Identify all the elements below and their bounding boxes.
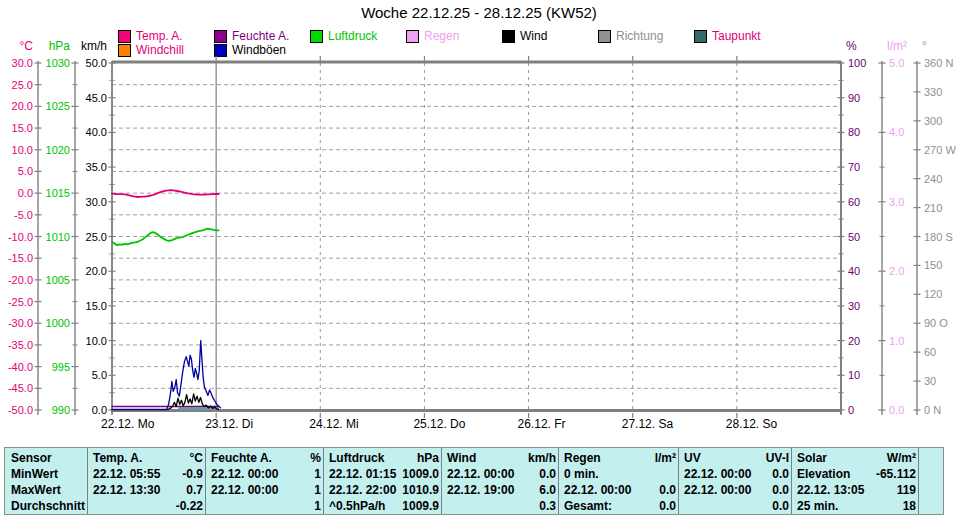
table-col-unit: l/m² bbox=[564, 451, 676, 465]
table-cell-value: 0.0 bbox=[564, 499, 676, 513]
sensor-summary-table: SensorMinWertMaxWertDurchschnittTemp. A.… bbox=[4, 447, 944, 515]
axis-tick-label-humidity: 90 bbox=[848, 92, 860, 104]
axis-tick-label-windkmh: 45.0 bbox=[86, 92, 107, 104]
axis-tick-label-direction: 180 S bbox=[924, 231, 953, 243]
axis-unit-label-rain: l/m² bbox=[887, 39, 907, 53]
table-row-header: MinWert bbox=[11, 467, 87, 481]
axis-tick-label-windkmh: 0.0 bbox=[92, 404, 107, 416]
axis-tick-label-temp: 25.0 bbox=[12, 79, 33, 91]
day-label: 28.12. So bbox=[726, 417, 778, 431]
axis-tick-label-temp: -5.0 bbox=[14, 209, 33, 221]
table-cell-value: 1 bbox=[211, 499, 321, 513]
table-col-unit: W/m² bbox=[797, 451, 916, 465]
axis-tick-label-direction: 30 bbox=[924, 375, 936, 387]
axis-tick-label-temp: -10.0 bbox=[8, 231, 33, 243]
axis-unit-label-humidity: % bbox=[846, 39, 857, 53]
table-col-unit: km/h bbox=[447, 451, 556, 465]
table-cell-value: 0.0 bbox=[684, 499, 789, 513]
table-col-unit: hPa bbox=[329, 451, 439, 465]
series-line-windb-en bbox=[112, 341, 221, 410]
table-row-header: MaxWert bbox=[11, 483, 87, 497]
axis-tick-label-humidity: 80 bbox=[848, 126, 860, 138]
table-cell-value: 0.0 bbox=[684, 467, 789, 481]
day-label: 24.12. Mi bbox=[309, 417, 358, 431]
axis-tick-label-rain: 2.0 bbox=[889, 265, 904, 277]
axis-tick-label-humidity: 100 bbox=[848, 57, 866, 69]
table-cell-value: 119 bbox=[797, 483, 916, 497]
axis-tick-label-temp: 10.0 bbox=[12, 144, 33, 156]
axis-tick-label-direction: 0 N bbox=[924, 404, 941, 416]
axis-tick-label-pressure: 1015 bbox=[46, 187, 70, 199]
table-col-unit: °C bbox=[93, 451, 203, 465]
axis-tick-label-humidity: 50 bbox=[848, 231, 860, 243]
axis-tick-label-pressure: 1010 bbox=[46, 231, 70, 243]
axis-tick-label-direction: 360 N bbox=[924, 57, 953, 69]
axis-tick-label-pressure: 1025 bbox=[46, 100, 70, 112]
axis-tick-label-temp: -50.0 bbox=[8, 404, 33, 416]
axis-tick-label-temp: 30.0 bbox=[12, 57, 33, 69]
table-column-separator bbox=[205, 448, 206, 514]
axis-tick-label-pressure: 990 bbox=[52, 404, 70, 416]
axis-tick-label-direction: 150 bbox=[924, 259, 942, 271]
axis-tick-label-humidity: 70 bbox=[848, 161, 860, 173]
table-column-separator bbox=[87, 448, 88, 514]
axis-tick-label-temp: -20.0 bbox=[8, 274, 33, 286]
table-cell-value: 1 bbox=[211, 483, 321, 497]
axis-tick-label-rain: 0.0 bbox=[889, 404, 904, 416]
axis-tick-label-direction: 270 W bbox=[924, 144, 956, 156]
axis-unit-label-temp: °C bbox=[20, 39, 34, 53]
axis-tick-label-temp: 15.0 bbox=[12, 122, 33, 134]
table-column-separator bbox=[791, 448, 792, 514]
axis-tick-label-direction: 90 O bbox=[924, 317, 948, 329]
table-cell-value: 1010.9 bbox=[329, 483, 439, 497]
table-row-header: Sensor bbox=[11, 451, 87, 465]
axis-tick-label-temp: -40.0 bbox=[8, 361, 33, 373]
axis-tick-label-temp: -30.0 bbox=[8, 317, 33, 329]
axis-tick-label-windkmh: 10.0 bbox=[86, 335, 107, 347]
table-cell-value: 0.7 bbox=[93, 483, 203, 497]
table-row-header: Durchschnitt bbox=[11, 499, 87, 513]
table-column-separator bbox=[678, 448, 679, 514]
axis-tick-label-windkmh: 35.0 bbox=[86, 161, 107, 173]
axis-tick-label-humidity: 40 bbox=[848, 265, 860, 277]
axis-tick-label-temp: -25.0 bbox=[8, 296, 33, 308]
axis-tick-label-humidity: 10 bbox=[848, 369, 860, 381]
axis-unit-label-windkmh: km/h bbox=[81, 39, 107, 53]
axis-tick-label-pressure: 1030 bbox=[46, 57, 70, 69]
weather-app-window: Woche 22.12.25 - 28.12.25 (KW52) Temp. A… bbox=[0, 0, 958, 518]
axis-tick-label-pressure: 1020 bbox=[46, 144, 70, 156]
table-cell-value: 6.0 bbox=[447, 483, 556, 497]
axis-tick-label-temp: 0.0 bbox=[18, 187, 33, 199]
axis-tick-label-direction: 120 bbox=[924, 288, 942, 300]
table-cell-value: 0.0 bbox=[684, 483, 789, 497]
table-cell-value: -0.9 bbox=[93, 467, 203, 481]
table-cell-value: 1009.9 bbox=[329, 499, 439, 513]
day-label: 27.12. Sa bbox=[622, 417, 674, 431]
table-col-unit: % bbox=[211, 451, 321, 465]
axis-tick-label-humidity: 60 bbox=[848, 196, 860, 208]
axis-tick-label-windkmh: 20.0 bbox=[86, 265, 107, 277]
axis-tick-label-direction: 300 bbox=[924, 115, 942, 127]
axis-tick-label-rain: 1.0 bbox=[889, 335, 904, 347]
axis-tick-label-temp: -35.0 bbox=[8, 339, 33, 351]
day-label: 26.12. Fr bbox=[518, 417, 566, 431]
axis-tick-label-direction: 240 bbox=[924, 173, 942, 185]
day-label: 25.12. Do bbox=[413, 417, 465, 431]
axis-tick-label-humidity: 0 bbox=[848, 404, 854, 416]
axis-tick-label-temp: -45.0 bbox=[8, 382, 33, 394]
axis-tick-label-temp: -15.0 bbox=[8, 252, 33, 264]
axis-tick-label-windkmh: 50.0 bbox=[86, 57, 107, 69]
weather-week-chart: 30.025.020.015.010.05.00.0-5.0-10.0-15.0… bbox=[0, 0, 958, 447]
axis-tick-label-rain: 4.0 bbox=[889, 126, 904, 138]
axis-tick-label-humidity: 20 bbox=[848, 335, 860, 347]
table-cell-value: 1 bbox=[211, 467, 321, 481]
axis-tick-label-humidity: 30 bbox=[848, 300, 860, 312]
axis-tick-label-pressure: 1000 bbox=[46, 317, 70, 329]
table-cell-value: -65.112 bbox=[797, 467, 916, 481]
table-cell-value: -0.22 bbox=[93, 499, 203, 513]
day-label: 22.12. Mo bbox=[101, 417, 155, 431]
axis-tick-label-rain: 3.0 bbox=[889, 196, 904, 208]
table-cell-value: 1009.0 bbox=[329, 467, 439, 481]
table-column-separator bbox=[323, 448, 324, 514]
table-cell-time: 0 min. bbox=[564, 467, 676, 481]
